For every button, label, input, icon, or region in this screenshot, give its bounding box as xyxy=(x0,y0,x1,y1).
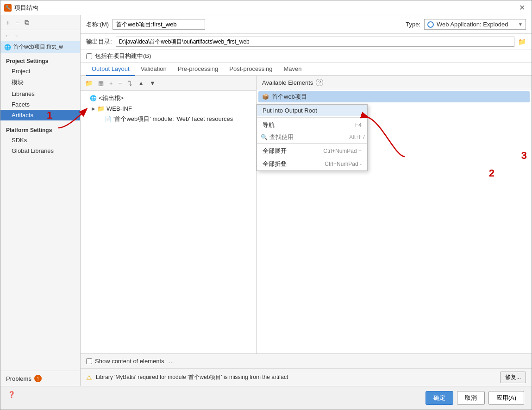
tab-validation[interactable]: Validation xyxy=(135,63,172,76)
ctx-collapse-all-shortcut: Ctrl+NumPad - xyxy=(325,161,362,167)
artifact-list-item[interactable]: 🌐 首个web项目:first_w xyxy=(0,41,80,53)
right-panel: 名称:(M) Type: Web Application: Exploded ▼… xyxy=(81,15,532,386)
apply-button[interactable]: 应用(A) xyxy=(488,391,524,405)
tree-grid-btn[interactable]: ▦ xyxy=(96,79,106,88)
available-item-module[interactable]: 📦 首个web项目 xyxy=(258,91,530,102)
name-label: 名称:(M) xyxy=(86,20,109,29)
context-menu: Put into Output Root 导航 F4 🔍 Alt+F7 xyxy=(257,104,368,171)
annotation-3-container: 3 xyxy=(521,150,527,162)
tree-add-btn[interactable]: + xyxy=(107,79,115,88)
tree-down-btn[interactable]: ▼ xyxy=(148,79,157,88)
type-value: Web Application: Exploded xyxy=(437,21,515,28)
show-content-checkbox[interactable] xyxy=(86,358,92,364)
tab-output-layout[interactable]: Output Layout xyxy=(86,63,135,76)
tabs-row: Output Layout Validation Pre-processing … xyxy=(81,63,532,76)
content-area: 📁 ▦ + − ⇅ ▲ ▼ 🌐 xyxy=(81,76,532,353)
expand-arrow-webinf: ▶ xyxy=(92,106,97,111)
artifact-name: 首个web项目:first_w xyxy=(13,43,63,51)
available-panel: Available Elements ? 2 📦 首个web项目 xyxy=(257,76,532,353)
output-input[interactable] xyxy=(116,37,514,47)
resource-icon: 📄 xyxy=(105,116,112,122)
tree-node-output-root[interactable]: 🌐 <输出根> xyxy=(81,93,256,104)
sidebar-item-global-libraries[interactable]: Global Libraries xyxy=(0,145,80,156)
ctx-search-input[interactable] xyxy=(269,133,347,140)
nav-back[interactable]: ← xyxy=(4,32,11,39)
warning-icon: ⚠ xyxy=(86,374,92,381)
name-input[interactable] xyxy=(113,19,205,30)
include-in-build-row: 包括在项目构建中(B) xyxy=(81,50,532,63)
warning-row: ⚠ Library 'MyBatis' required for module … xyxy=(81,369,532,386)
ctx-navigate-shortcut: F4 xyxy=(355,122,362,128)
output-root-icon: 🌐 xyxy=(90,95,97,101)
ctx-expand-all[interactable]: 全部展开 Ctrl+NumPad + xyxy=(257,145,367,158)
available-header: Available Elements ? 2 xyxy=(257,76,532,89)
available-title: Available Elements xyxy=(262,79,313,86)
output-dir-row: 输出目录: 📁 xyxy=(81,34,532,50)
type-field-row: Type: Web Application: Exploded ▼ xyxy=(406,19,526,30)
ctx-navigate[interactable]: 导航 F4 xyxy=(257,119,367,132)
title-bar: 🔧 项目结构 ✕ xyxy=(0,0,532,15)
tree-folder-btn[interactable]: 📁 xyxy=(83,79,94,88)
output-label: 输出目录: xyxy=(86,38,112,46)
sidebar-item-project[interactable]: Project xyxy=(0,66,80,76)
main-content: + − ⧉ ← → 🌐 首个web项目:first_w Project Sett… xyxy=(0,15,532,386)
tree-node-web-inf[interactable]: ▶ 📁 WEB-INF xyxy=(81,104,256,114)
type-select[interactable]: Web Application: Exploded ▼ xyxy=(424,19,526,30)
sidebar-item-modules[interactable]: 模块 xyxy=(0,76,80,88)
help-icon[interactable]: ? xyxy=(316,79,323,86)
remove-button[interactable]: − xyxy=(13,18,21,27)
tree-node-label-facet: '首个web项目' module: 'Web' facet resources xyxy=(113,115,233,123)
cancel-button[interactable]: 取消 xyxy=(457,391,485,405)
nav-forward[interactable]: → xyxy=(13,32,19,39)
tree-sort-btn[interactable]: ⇅ xyxy=(125,79,134,88)
sidebar-toolbar: + − ⧉ xyxy=(0,15,80,30)
annotation-3: 3 xyxy=(521,150,527,161)
type-label: Type: xyxy=(406,21,420,28)
tab-pre-processing[interactable]: Pre-processing xyxy=(172,63,224,76)
help-footer-icon[interactable]: ❓ xyxy=(8,391,15,405)
sidebar-nav: ← → xyxy=(0,30,80,41)
sidebar-item-list: Project Settings Project 模块 Libraries Fa… xyxy=(0,53,80,371)
sidebar-item-sdks[interactable]: SDKs xyxy=(0,135,80,145)
ctx-expand-all-shortcut: Ctrl+NumPad + xyxy=(323,148,362,154)
title-bar-left: 🔧 项目结构 xyxy=(4,4,38,12)
copy-button[interactable]: ⧉ xyxy=(23,18,31,27)
ctx-sep-2 xyxy=(257,143,367,144)
add-button[interactable]: + xyxy=(4,18,12,27)
available-item-label: 首个web项目 xyxy=(272,93,307,101)
tab-post-processing[interactable]: Post-processing xyxy=(224,63,278,76)
name-type-row: 名称:(M) Type: Web Application: Exploded ▼ xyxy=(81,15,532,34)
module-icon: 📦 xyxy=(262,94,269,100)
tree-panel: 📁 ▦ + − ⇅ ▲ ▼ 🌐 xyxy=(81,76,257,353)
tree-up-btn[interactable]: ▲ xyxy=(136,79,146,88)
fix-button[interactable]: 修复... xyxy=(500,372,526,383)
window-title: 项目结构 xyxy=(14,4,38,12)
sidebar: + − ⧉ ← → 🌐 首个web项目:first_w Project Sett… xyxy=(0,15,81,386)
show-content-row: Show content of elements ... xyxy=(81,354,532,369)
globe-icon xyxy=(427,21,434,28)
ctx-put-into[interactable]: Put into Output Root xyxy=(257,105,367,116)
sidebar-item-artifacts[interactable]: Artifacts xyxy=(0,110,80,120)
browse-output-button[interactable]: 📁 xyxy=(518,38,526,45)
sidebar-item-facets[interactable]: Facets xyxy=(0,99,80,110)
tree-content: 🌐 <输出根> ▶ 📁 WEB-INF xyxy=(81,91,256,353)
tree-node-label: <输出根> xyxy=(99,94,124,102)
close-button[interactable]: ✕ xyxy=(516,2,528,13)
problems-label: Problems xyxy=(6,375,31,382)
ok-button[interactable]: 确定 xyxy=(426,391,453,405)
include-in-build-label: 包括在项目构建中(B) xyxy=(95,52,151,60)
include-in-build-checkbox[interactable] xyxy=(86,53,92,59)
sidebar-item-libraries[interactable]: Libraries xyxy=(0,88,80,99)
app-icon: 🔧 xyxy=(4,4,12,12)
more-options-button[interactable]: ... xyxy=(167,357,176,366)
tree-node-facet-resources[interactable]: 📄 '首个web项目' module: 'Web' facet resource… xyxy=(81,114,256,125)
project-settings-header: Project Settings xyxy=(0,55,80,66)
dialog-footer: ❓ 确定 取消 应用(A) xyxy=(0,386,532,410)
problems-row[interactable]: Problems 1 1 xyxy=(0,371,80,386)
tree-remove-btn[interactable]: − xyxy=(117,79,124,88)
platform-settings-header: Platform Settings xyxy=(0,124,80,135)
search-icon: 🔍 xyxy=(261,134,268,140)
ctx-collapse-all[interactable]: 全部折叠 Ctrl+NumPad - xyxy=(257,158,367,170)
tab-maven[interactable]: Maven xyxy=(278,63,307,76)
name-field-row: 名称:(M) xyxy=(86,19,205,30)
